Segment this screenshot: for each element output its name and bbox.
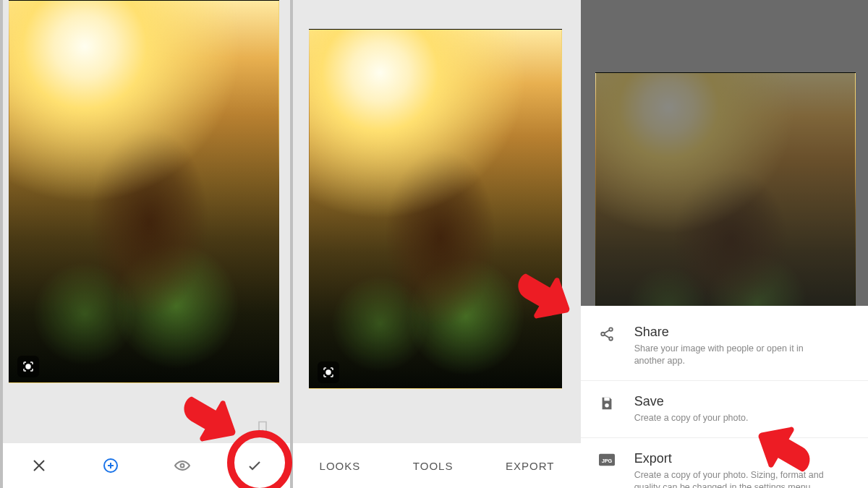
- eye-icon[interactable]: [174, 457, 191, 474]
- svg-text:JPG: JPG: [601, 457, 612, 463]
- check-icon[interactable]: [246, 457, 263, 474]
- home-screen: LOOKS TOOLS EXPORT: [293, 0, 580, 488]
- svg-point-0: [26, 364, 30, 369]
- sheet-item-save[interactable]: Save Create a copy of your photo.: [581, 380, 868, 437]
- close-icon[interactable]: [30, 457, 48, 474]
- opened-photo: [309, 29, 562, 389]
- lens-icon[interactable]: [318, 361, 339, 383]
- bookmark-icon: [255, 420, 270, 437]
- lens-icon[interactable]: [17, 356, 39, 377]
- svg-point-2: [181, 464, 184, 468]
- svg-point-3: [326, 370, 331, 374]
- main-tabs: LOOKS TOOLS EXPORT: [293, 443, 580, 488]
- edited-photo: [9, 0, 279, 383]
- save-icon: [597, 395, 617, 411]
- edit-screen: [0, 0, 293, 488]
- svg-point-8: [605, 403, 609, 408]
- share-title: Share: [634, 325, 837, 340]
- tab-tools[interactable]: TOOLS: [413, 460, 454, 472]
- tab-export[interactable]: EXPORT: [506, 460, 554, 472]
- jpg-icon: JPG: [597, 453, 617, 468]
- save-title: Save: [634, 394, 749, 409]
- save-desc: Create a copy of your photo.: [634, 412, 749, 424]
- sheet-item-share[interactable]: Share Share your image with people or op…: [581, 312, 868, 380]
- edit-toolbar: [3, 443, 290, 488]
- export-sheet-screen: Share Share your image with people or op…: [581, 0, 868, 488]
- svg-rect-7: [604, 398, 609, 401]
- add-icon[interactable]: [102, 457, 119, 474]
- share-desc: Share your image with people or open it …: [634, 343, 837, 367]
- tab-looks[interactable]: LOOKS: [320, 460, 361, 472]
- share-icon: [597, 326, 617, 342]
